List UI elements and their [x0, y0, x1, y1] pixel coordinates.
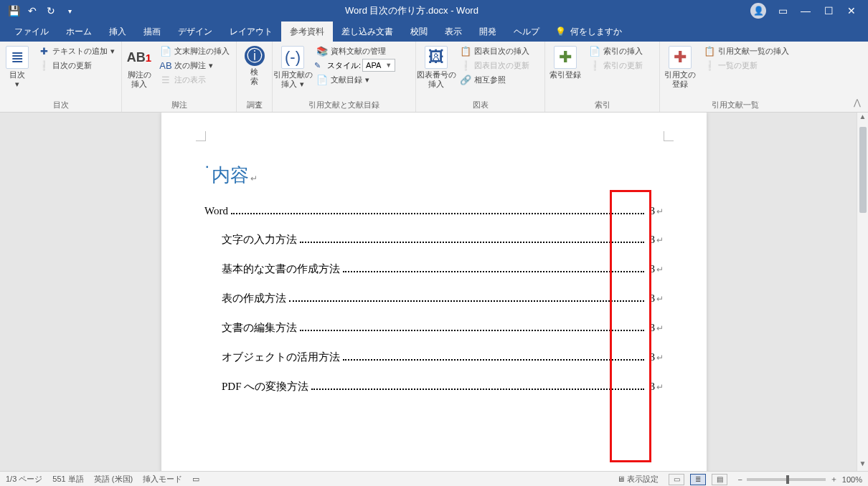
zoom-slider[interactable]: [747, 478, 826, 481]
toc-leader: [289, 300, 644, 302]
toc-entry[interactable]: 文字の入力方法 3↵: [222, 233, 664, 247]
toc-entry[interactable]: 文書の編集方法 3↵: [222, 321, 664, 335]
paragraph-mark-icon: ↵: [656, 265, 664, 275]
toc-leader: [343, 359, 644, 361]
toc-entry[interactable]: オブジェクトの活用方法 3↵: [222, 351, 664, 364]
manage-sources-icon: 📚: [316, 45, 328, 57]
toc-entry-page: 3: [647, 292, 656, 305]
zoom-in-icon[interactable]: ＋: [830, 474, 838, 485]
insert-endnote-button[interactable]: 📄文末脚注の挿入: [158, 44, 232, 57]
insert-index-button[interactable]: 📄索引の挿入: [587, 44, 645, 57]
toa-icon: 📋: [704, 45, 715, 57]
tab-references[interactable]: 参考資料: [281, 22, 333, 42]
update-tof-icon: ❕: [460, 59, 471, 71]
crossref-icon: 🔗: [460, 74, 471, 85]
tell-me[interactable]: 💡 何をしますか: [555, 26, 622, 38]
tab-file[interactable]: ファイル: [6, 22, 57, 42]
show-notes-icon: ☰: [160, 74, 171, 85]
tab-developer[interactable]: 開発: [471, 22, 505, 42]
mark-citation-button[interactable]: ✚ 引用文の 登録: [664, 44, 696, 88]
smart-lookup-button[interactable]: ⓘ 検 索: [241, 44, 268, 85]
bulb-icon: 💡: [555, 27, 566, 37]
redo-icon[interactable]: ↻: [44, 4, 57, 17]
toc-entry[interactable]: 表の作成方法 3↵: [222, 292, 664, 305]
tab-design[interactable]: デザイン: [169, 22, 221, 42]
scroll-down-icon[interactable]: ▼: [859, 459, 867, 471]
status-insert-mode[interactable]: 挿入モード: [143, 474, 182, 485]
toc-leader: [300, 242, 644, 243]
mark-citation-icon: ✚: [669, 46, 692, 69]
manage-sources-button[interactable]: 📚資料文献の管理: [314, 44, 395, 57]
insert-tof-button[interactable]: 📋図表目次の挿入: [458, 44, 532, 57]
toc-entry-text: Word: [204, 205, 228, 217]
cross-reference-button[interactable]: 🔗相互参照: [458, 73, 532, 86]
group-index-label: 索引: [549, 98, 655, 110]
insert-citation-button[interactable]: (-) 引用文献の 挿入 ▾: [277, 44, 308, 88]
status-language[interactable]: 英語 (米国): [94, 474, 133, 485]
close-icon[interactable]: ✕: [845, 4, 858, 17]
paragraph-mark-icon: ↵: [656, 294, 664, 305]
update-toa-icon: ❕: [704, 59, 715, 71]
toc-leader: [231, 213, 644, 214]
footnote-icon: AB1: [128, 46, 151, 69]
toc-entry-text: 基本的な文書の作成方法: [222, 262, 340, 276]
read-mode-icon[interactable]: ▭: [669, 474, 684, 485]
update-toc-button[interactable]: ❕目次の更新: [36, 59, 117, 72]
citation-style-select[interactable]: APA▼: [362, 59, 395, 72]
toc-entry-text: オブジェクトの活用方法: [222, 351, 340, 364]
toc-entry[interactable]: 基本的な文書の作成方法 3↵: [222, 262, 664, 276]
qat-customize-icon[interactable]: ▾: [63, 4, 76, 17]
tab-insert[interactable]: 挿入: [100, 22, 135, 42]
tab-draw[interactable]: 描画: [135, 22, 169, 42]
toc-entry-page: 3: [647, 263, 656, 275]
scroll-thumb[interactable]: [859, 127, 867, 213]
vertical-scrollbar[interactable]: ▲ ▼: [857, 113, 868, 471]
style-label: スタイル:: [327, 60, 361, 71]
tab-mailings[interactable]: 差し込み文書: [333, 22, 402, 42]
status-words[interactable]: 551 単語: [52, 474, 83, 485]
ribbon-options-icon[interactable]: ▭: [776, 4, 789, 17]
toc-button[interactable]: ≣ 目次▾: [4, 44, 30, 88]
tab-help[interactable]: ヘルプ: [505, 22, 548, 42]
tab-layout[interactable]: レイアウト: [221, 22, 281, 42]
add-text-icon: ✚: [38, 45, 49, 57]
collapse-ribbon-icon[interactable]: ⋀: [854, 97, 861, 108]
display-settings-button[interactable]: 🖥 表示設定: [617, 474, 659, 485]
user-avatar-icon[interactable]: 👤: [750, 3, 766, 19]
toc-leader: [311, 389, 643, 390]
zoom-level[interactable]: 100%: [842, 475, 862, 484]
add-text-button[interactable]: ✚テキストの追加 ▾: [36, 44, 117, 57]
next-footnote-button[interactable]: AB次の脚注 ▾: [158, 59, 232, 72]
crop-mark-icon: [196, 131, 206, 141]
paragraph-mark-icon: ↵: [656, 235, 664, 246]
toc-entry-page: 3: [647, 322, 656, 334]
save-icon[interactable]: 💾: [7, 4, 20, 17]
status-page[interactable]: 1/3 ページ: [6, 474, 42, 485]
group-research-label: 調査: [241, 98, 268, 110]
paragraph-mark-icon: ↵: [656, 323, 664, 334]
document-page[interactable]: 内容↵ Word 3↵文字の入力方法 3↵基本的な文書の作成方法 3↵表の作成方…: [161, 113, 707, 471]
toc-leader: [300, 330, 644, 331]
zoom-out-icon[interactable]: −: [737, 475, 742, 484]
toc-entry-text: 文字の入力方法: [222, 233, 297, 247]
undo-icon[interactable]: ↶: [26, 4, 39, 17]
macro-record-icon[interactable]: ▭: [192, 475, 199, 484]
mark-entry-button[interactable]: ✚ 索引登録: [549, 44, 581, 80]
toc-entry[interactable]: Word 3↵: [204, 205, 664, 217]
web-layout-icon[interactable]: ▤: [712, 474, 727, 485]
update-index-icon: ❕: [589, 59, 600, 71]
tab-review[interactable]: 校閲: [402, 22, 436, 42]
tab-home[interactable]: ホーム: [57, 22, 100, 42]
tab-view[interactable]: 表示: [436, 22, 471, 42]
maximize-icon[interactable]: ☐: [822, 4, 835, 17]
group-toc-label: 目次: [4, 98, 117, 110]
insert-caption-button[interactable]: 🖼 図表番号の 挿入: [420, 44, 452, 88]
insert-toa-button[interactable]: 📋引用文献一覧の挿入: [702, 44, 791, 57]
scroll-up-icon[interactable]: ▲: [859, 113, 867, 124]
bibliography-button[interactable]: 📄文献目録 ▾: [314, 73, 395, 86]
minimize-icon[interactable]: —: [799, 4, 812, 17]
toc-entry[interactable]: PDF への変換方法 3↵: [222, 380, 664, 394]
insert-footnote-button[interactable]: AB1 脚注の 挿入: [126, 44, 152, 88]
print-layout-icon[interactable]: ≣: [690, 474, 706, 485]
paragraph-mark-icon: ↵: [656, 382, 664, 393]
